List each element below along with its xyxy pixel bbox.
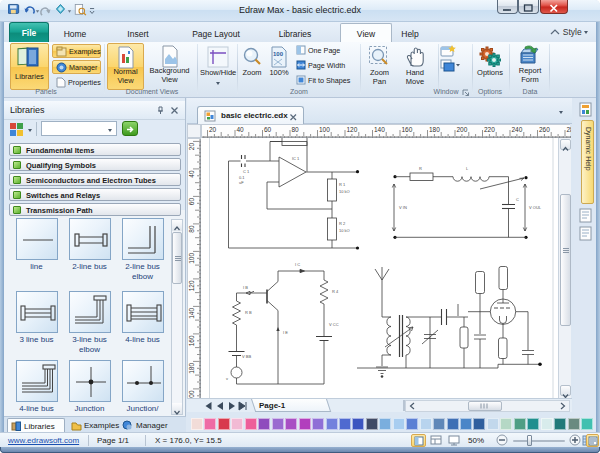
svg-text:L: L [466,166,469,171]
svg-text:20: 20 [188,143,195,151]
svg-text:120: 120 [188,280,195,291]
svg-text:180: 180 [188,363,195,374]
svg-text:R B: R B [245,310,252,315]
svg-text:R 2: R 2 [339,221,346,226]
svg-text:100: 100 [319,126,330,133]
svg-text:100: 100 [273,51,284,57]
svg-text:180: 180 [429,126,440,133]
svg-text:20: 20 [209,126,217,133]
svg-text:260: 260 [539,126,550,133]
svg-text:60: 60 [264,126,272,133]
svg-text:280: 280 [567,126,572,133]
svg-text:160: 160 [188,335,195,346]
svg-text:uF: uF [239,180,244,185]
svg-text:40: 40 [188,170,195,178]
svg-text:60: 60 [188,198,195,206]
svg-text:C 1: C 1 [243,169,250,174]
svg-text:I C: I C [295,262,300,267]
svg-text:V BB: V BB [242,354,251,359]
svg-text:160: 160 [402,126,413,133]
svg-text:v: v [226,376,228,381]
svg-text:40: 40 [237,126,245,133]
svg-text:140: 140 [374,126,385,133]
svg-text:200: 200 [457,126,468,133]
svg-text:I E: I E [283,330,288,335]
svg-text:240: 240 [512,126,523,133]
svg-text:100: 100 [188,253,195,264]
svg-text:10 kO: 10 kO [339,189,350,194]
svg-text:R 1: R 1 [339,182,346,187]
svg-text:R 4: R 4 [332,289,339,294]
svg-text:C: C [516,197,519,202]
svg-text:V OUL: V OUL [529,205,542,210]
svg-text:220: 220 [484,126,495,133]
svg-text:10 kO: 10 kO [339,228,350,233]
svg-text:80: 80 [188,225,195,233]
svg-text:I B: I B [243,285,248,290]
svg-text:V CC: V CC [329,322,339,327]
svg-text:140: 140 [188,308,195,319]
svg-text:R: R [419,166,422,171]
svg-text:80: 80 [292,126,300,133]
svg-text:IC 1: IC 1 [292,156,300,161]
svg-text:V IN: V IN [399,205,407,210]
svg-text:120: 120 [347,126,358,133]
